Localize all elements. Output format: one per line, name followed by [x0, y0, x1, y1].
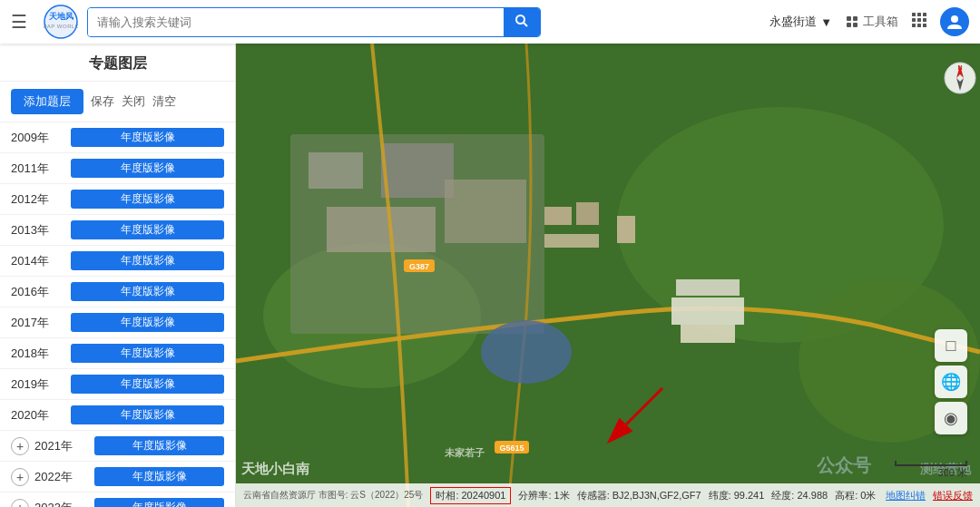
- street-caret-icon: ▼: [820, 15, 832, 29]
- street-selector[interactable]: 永盛街道 ▼: [769, 14, 832, 30]
- list-item: 2013年 年度版影像: [0, 215, 235, 246]
- svg-text:天地风: 天地风: [48, 12, 74, 21]
- link-error-feedback[interactable]: 错误反馈: [933, 489, 973, 502]
- svg-rect-14: [923, 18, 926, 22]
- lon-status: 经度: 24.988: [771, 489, 828, 502]
- svg-text:G387: G387: [409, 262, 429, 271]
- source-text: 云南省自然资源厅 市图号: 云S（2022）25号: [243, 489, 423, 502]
- user-avatar[interactable]: [940, 7, 969, 36]
- expand-icon[interactable]: +: [11, 499, 29, 508]
- time-status: 时相: 20240901: [430, 487, 511, 504]
- layers-tool-button[interactable]: ◉: [935, 402, 967, 434]
- svg-rect-25: [381, 143, 454, 198]
- sensor-status: 传感器: BJ2,BJ3N,GF2,GF7: [577, 489, 701, 502]
- list-item: + 2021年 年度版影像: [0, 431, 235, 462]
- clear-button[interactable]: 清空: [152, 93, 176, 110]
- svg-rect-24: [309, 152, 363, 189]
- svg-rect-16: [917, 24, 921, 27]
- scale-label: 300 米: [938, 466, 967, 480]
- svg-point-3: [516, 15, 524, 24]
- svg-rect-26: [327, 207, 436, 252]
- svg-rect-37: [671, 297, 744, 325]
- scale-bar: 300 米: [895, 461, 967, 480]
- svg-rect-5: [847, 16, 851, 21]
- svg-rect-38: [676, 279, 740, 296]
- list-item: 2009年 年度版影像: [0, 122, 235, 153]
- svg-rect-7: [847, 23, 851, 27]
- svg-rect-8: [853, 23, 858, 27]
- status-bar: 云南省自然资源厅 市图号: 云S（2022）25号 时相: 20240901 分…: [236, 483, 980, 507]
- header-right: 永盛街道 ▼ 工具箱: [769, 7, 969, 36]
- expand-icon[interactable]: +: [11, 437, 29, 455]
- svg-rect-32: [544, 207, 572, 225]
- resolution-status: 分辨率: 1米: [518, 489, 569, 502]
- link-map-correction[interactable]: 地图纠错: [886, 489, 926, 502]
- list-item: 2020年 年度版影像: [0, 400, 235, 431]
- list-item: 2011年 年度版影像: [0, 153, 235, 184]
- elevation-status: 高程: 0米: [835, 489, 876, 502]
- svg-rect-11: [923, 13, 926, 16]
- search-button[interactable]: [504, 8, 540, 36]
- search-bar: [87, 7, 541, 37]
- layer-list: 2009年 年度版影像 2011年 年度版影像 2012年 年度版影像 2013…: [0, 122, 235, 507]
- map-brand-right: 公众号: [817, 453, 871, 478]
- toolbox-label: 工具箱: [863, 14, 898, 30]
- panel-title: 专题图层: [0, 44, 235, 82]
- layer-tool-button[interactable]: □: [935, 329, 967, 362]
- hamburger-icon[interactable]: ☰: [11, 11, 27, 33]
- svg-rect-9: [912, 13, 916, 16]
- svg-rect-6: [853, 16, 858, 21]
- svg-rect-34: [544, 234, 599, 248]
- svg-rect-35: [617, 216, 635, 243]
- header: ☰ 天地风 MAP WORLD 永盛街道 ▼ 工具箱: [0, 0, 980, 44]
- svg-text:未家若子: 未家若子: [444, 447, 485, 458]
- svg-text:G5615: G5615: [499, 444, 524, 453]
- list-item: 2016年 年度版影像: [0, 277, 235, 307]
- list-item: + 2022年 年度版影像: [0, 462, 235, 492]
- list-item: 2018年 年度版影像: [0, 338, 235, 369]
- svg-text:MAP WORLD: MAP WORLD: [44, 24, 78, 29]
- svg-text:N: N: [957, 64, 962, 71]
- grid-icon[interactable]: [911, 12, 927, 32]
- panel-toolbar: 添加题层 保存 关闭 清空: [0, 82, 235, 122]
- lat-status: 纬度: 99.241: [709, 489, 765, 502]
- left-panel: 专题图层 添加题层 保存 关闭 清空 2009年 年度版影像 2011年 年度版…: [0, 44, 236, 507]
- street-label: 永盛街道: [769, 14, 817, 30]
- svg-rect-17: [923, 24, 926, 27]
- map-tools: □ 🌐 ◉: [935, 329, 967, 434]
- svg-rect-13: [917, 18, 921, 22]
- list-item: + 2023年 年度版影像: [0, 492, 235, 507]
- logo: 天地风 MAP WORLD: [44, 5, 78, 39]
- svg-rect-15: [912, 24, 916, 27]
- close-button[interactable]: 关闭: [122, 93, 145, 110]
- add-layer-button[interactable]: 添加题层: [11, 89, 83, 114]
- map-area[interactable]: G387 G5615 未家若子 N 天地小白南 公众号 测: [236, 44, 980, 507]
- map-watermark: 天地小白南: [241, 461, 309, 478]
- list-item: 2019年 年度版影像: [0, 369, 235, 400]
- save-button[interactable]: 保存: [91, 93, 114, 110]
- svg-rect-39: [681, 325, 735, 343]
- svg-rect-27: [445, 180, 526, 243]
- svg-point-18: [951, 15, 958, 23]
- globe-tool-button[interactable]: 🌐: [935, 366, 967, 398]
- svg-rect-12: [912, 18, 916, 22]
- expand-icon[interactable]: +: [11, 468, 29, 486]
- svg-point-0: [44, 5, 77, 38]
- list-item: 2017年 年度版影像: [0, 307, 235, 338]
- list-item: 2014年 年度版影像: [0, 246, 235, 277]
- svg-line-4: [524, 23, 527, 26]
- svg-rect-10: [917, 13, 921, 16]
- search-input[interactable]: [88, 8, 504, 36]
- svg-rect-33: [576, 202, 599, 225]
- list-item: 2012年 年度版影像: [0, 184, 235, 215]
- toolbox-button[interactable]: 工具箱: [845, 14, 898, 30]
- svg-point-36: [481, 320, 572, 384]
